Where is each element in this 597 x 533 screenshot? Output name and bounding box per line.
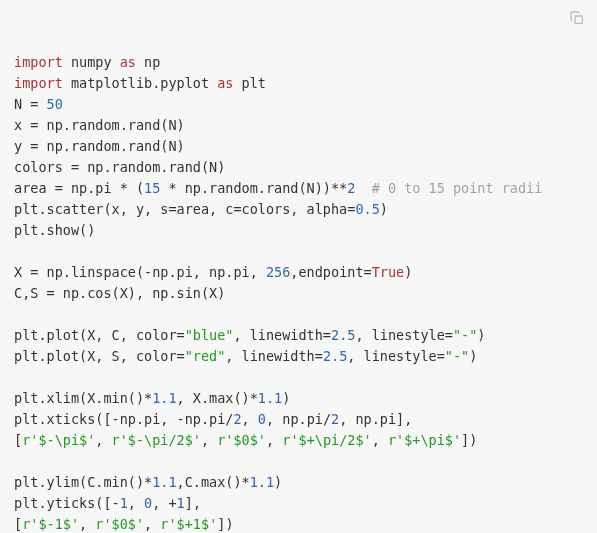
code-line: import matplotlib.pyplot as plt (14, 75, 266, 91)
code-line: N = 50 (14, 96, 63, 112)
code-line: plt.plot(X, S, color="red", linewidth=2.… (14, 348, 477, 364)
code-line: plt.xticks([-np.pi, -np.pi/2, 0, np.pi/2… (14, 411, 412, 427)
code-line: import numpy as np (14, 54, 160, 70)
code-line: plt.scatter(x, y, s=area, c=colors, alph… (14, 201, 388, 217)
code-line: C,S = np.cos(X), np.sin(X) (14, 285, 225, 301)
code-line: x = np.random.rand(N) (14, 117, 185, 133)
code-line: plt.yticks([-1, 0, +1], (14, 495, 201, 511)
code-line: [r'$-1$', r'$0$', r'$+1$']) (14, 516, 234, 532)
blank-line (14, 369, 22, 385)
blank-line (14, 306, 22, 322)
code-line: plt.show() (14, 222, 95, 238)
copy-button[interactable] (565, 6, 589, 30)
copy-icon (569, 10, 585, 26)
blank-line (14, 243, 22, 259)
code-line: X = np.linspace(-np.pi, np.pi, 256,endpo… (14, 264, 412, 280)
code-line: y = np.random.rand(N) (14, 138, 185, 154)
code-line: plt.plot(X, C, color="blue", linewidth=2… (14, 327, 485, 343)
code-line: plt.xlim(X.min()*1.1, X.max()*1.1) (14, 390, 290, 406)
code-line: plt.ylim(C.min()*1.1,C.max()*1.1) (14, 474, 282, 490)
code-line: [r'$-\pi$', r'$-\pi/2$', r'$0$', r'$+\pi… (14, 432, 477, 448)
code-line: area = np.pi * (15 * np.random.rand(N))*… (14, 180, 542, 196)
code-line: colors = np.random.rand(N) (14, 159, 225, 175)
code-block: import numpy as np import matplotlib.pyp… (0, 0, 597, 533)
blank-line (14, 453, 22, 469)
svg-rect-0 (575, 16, 582, 23)
